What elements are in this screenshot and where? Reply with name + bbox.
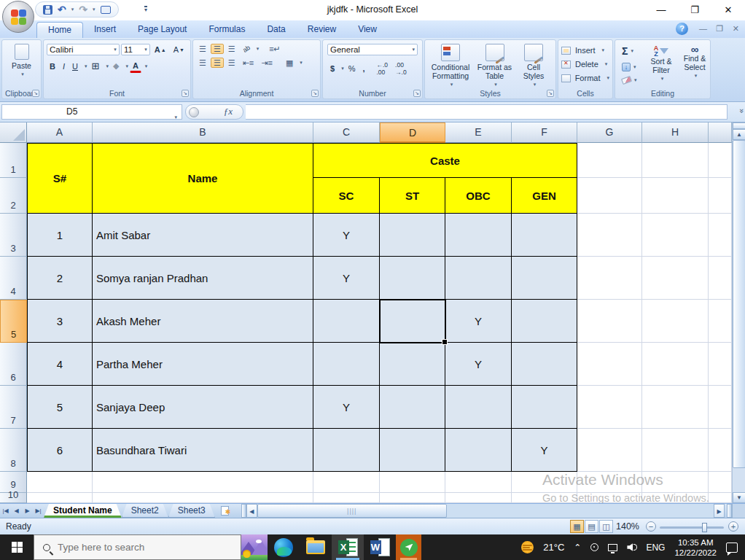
taskbar-app-tile[interactable] [396, 534, 421, 560]
fx-control[interactable]: ƒx [185, 104, 243, 120]
cell-a7[interactable]: 5 [27, 386, 93, 429]
cell-d7[interactable] [380, 386, 445, 429]
header-cell-st[interactable]: ST [380, 178, 445, 214]
increase-indent-icon[interactable]: ⇥≡ [258, 58, 276, 68]
prev-sheet-icon[interactable]: ◀ [11, 504, 22, 518]
row-header-10[interactable]: 10 [0, 493, 27, 503]
normal-view-icon[interactable]: ▦ [570, 520, 584, 533]
network-icon[interactable] [608, 544, 617, 551]
cell-f8[interactable]: Y [512, 429, 577, 472]
empty-cell[interactable] [642, 493, 709, 503]
format-cells-button[interactable]: Format [572, 72, 604, 84]
cell-e6[interactable]: Y [445, 343, 512, 386]
find-select-button[interactable]: ∞ Find & Select▾ [679, 45, 710, 80]
cell-c5[interactable] [313, 300, 380, 343]
fill-color-icon[interactable]: ◆ [110, 60, 122, 72]
row-header-5-selected[interactable]: 5 [0, 300, 27, 343]
empty-cell[interactable] [577, 300, 642, 343]
first-sheet-icon[interactable]: |◀ [0, 504, 11, 518]
empty-cell[interactable] [709, 429, 732, 472]
empty-cell[interactable] [709, 143, 732, 178]
paste-button[interactable]: Paste▾ [7, 44, 36, 79]
action-center-icon[interactable] [726, 542, 738, 553]
sort-filter-button[interactable]: AZ Sort & Filter▾ [644, 45, 678, 83]
horizontal-scroll-track[interactable] [447, 504, 714, 518]
cell-b5[interactable]: Akash Meher [93, 300, 313, 343]
row-header-8[interactable]: 8 [0, 429, 27, 472]
vertical-split-handle[interactable] [733, 122, 745, 129]
cell-e4[interactable] [445, 257, 512, 300]
clipboard-dialog-launcher-icon[interactable]: ↘ [32, 90, 39, 97]
taskbar-search[interactable] [34, 534, 241, 560]
increase-decimal-icon[interactable]: ←.0.00 [373, 60, 391, 77]
borders-icon[interactable]: ⊞ [88, 59, 102, 73]
row-header-2[interactable]: 2 [0, 178, 27, 214]
office-button[interactable] [2, 1, 34, 33]
empty-cell[interactable] [27, 472, 93, 493]
decrease-decimal-icon[interactable]: .00→.0 [392, 60, 410, 77]
cell-f5[interactable] [512, 300, 577, 343]
decrease-indent-icon[interactable]: ⇤≡ [240, 58, 257, 68]
zoom-out-icon[interactable]: − [646, 521, 656, 532]
number-format-combo[interactable]: General▾ [327, 44, 418, 55]
col-header-b[interactable]: B [93, 122, 313, 143]
sheet-tab-student-name[interactable]: Student Name [44, 504, 122, 518]
tray-overflow-icon[interactable]: ⌃ [574, 542, 581, 553]
cell-b6[interactable]: Partha Meher [93, 343, 313, 386]
cell-styles-button[interactable]: Cell Styles▾ [516, 44, 551, 89]
tray-cast-icon[interactable] [590, 543, 598, 551]
name-box[interactable]: D5▾ [1, 104, 182, 120]
empty-cell[interactable] [642, 429, 709, 472]
wrap-text-icon[interactable]: ≡↵ [266, 44, 284, 54]
empty-cell[interactable] [642, 472, 709, 493]
alignment-dialog-launcher-icon[interactable]: ↘ [311, 90, 319, 97]
empty-cell[interactable] [709, 343, 732, 386]
conditional-formatting-button[interactable]: Conditional Formatting▾ [428, 44, 473, 89]
bold-icon[interactable]: B [47, 61, 58, 72]
cell-c6[interactable] [313, 343, 380, 386]
horizontal-scrollbar[interactable]: ◀ |||| ▶ [246, 504, 732, 518]
tab-split-handle[interactable] [241, 504, 246, 518]
zoom-in-icon[interactable]: + [728, 521, 738, 532]
cell-a5[interactable]: 3 [27, 300, 93, 343]
empty-cell[interactable] [445, 472, 512, 493]
col-header-e[interactable]: E [445, 122, 512, 143]
cell-f3[interactable] [512, 214, 577, 257]
align-middle-icon[interactable]: ☰ [211, 44, 224, 54]
insert-cells-button[interactable]: Insert [572, 44, 598, 56]
orientation-icon[interactable]: ab [238, 41, 254, 57]
grow-font-icon[interactable]: A▲ [152, 44, 169, 55]
zoom-level[interactable]: 140% [616, 521, 639, 532]
empty-cell[interactable] [512, 493, 577, 503]
insert-worksheet-icon[interactable]: ✱ [215, 504, 237, 518]
align-bottom-icon[interactable]: ☰ [225, 44, 238, 54]
empty-cell[interactable] [642, 143, 709, 178]
cell-b8[interactable]: Basundhara Tiwari [93, 429, 313, 472]
font-color-icon[interactable]: A [130, 60, 141, 73]
empty-cell[interactable] [577, 493, 642, 503]
empty-cell[interactable] [380, 472, 445, 493]
underline-icon[interactable]: U [69, 61, 81, 72]
zoom-slider-track[interactable] [660, 526, 724, 529]
formula-input[interactable] [246, 104, 728, 120]
font-family-combo[interactable]: Calibri▾ [47, 44, 120, 55]
header-cell-name[interactable]: Name [93, 143, 313, 214]
accounting-format-icon[interactable]: $ [327, 63, 338, 74]
cell-b7[interactable]: Sanjaya Deep [93, 386, 313, 429]
shrink-font-icon[interactable]: A▼ [171, 44, 187, 55]
empty-cell[interactable] [577, 143, 642, 178]
empty-cell[interactable] [709, 300, 732, 343]
empty-cell[interactable] [512, 472, 577, 493]
cell-a8[interactable]: 6 [27, 429, 93, 472]
empty-cell[interactable] [709, 493, 732, 503]
scroll-down-icon[interactable]: ▼ [733, 492, 745, 503]
cell-d8[interactable] [380, 429, 445, 472]
last-sheet-icon[interactable]: ▶| [33, 504, 44, 518]
sheet-tab-sheet2[interactable]: Sheet2 [122, 504, 168, 518]
align-right-icon[interactable]: ☰ [225, 58, 238, 68]
cell-c3[interactable]: Y [313, 214, 380, 257]
tab-page-layout[interactable]: Page Layout [127, 22, 198, 38]
cell-f6[interactable] [512, 343, 577, 386]
cell-f4[interactable] [512, 257, 577, 300]
page-layout-view-icon[interactable]: ▤ [585, 520, 598, 533]
